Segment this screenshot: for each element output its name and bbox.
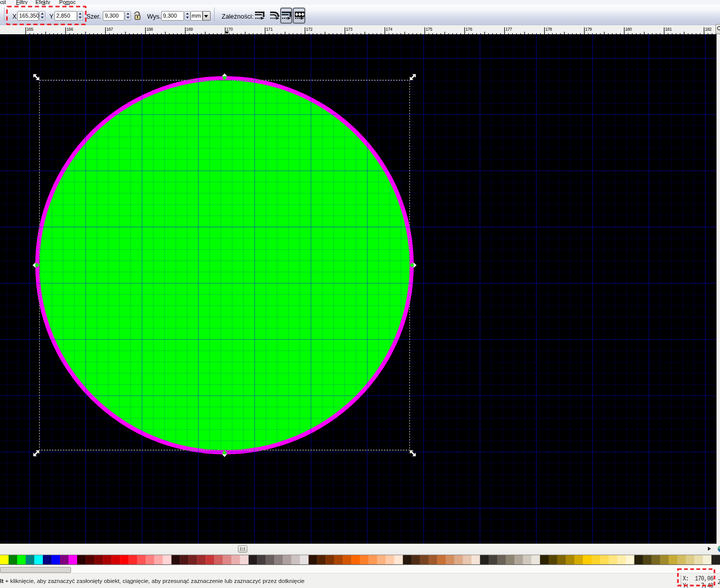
svg-text:167: 167 [106, 26, 113, 31]
svg-text:181: 181 [665, 26, 672, 31]
svg-text:179: 179 [585, 26, 593, 31]
svg-text:182: 182 [705, 26, 712, 31]
svg-text:177: 177 [505, 26, 512, 31]
svg-text:166: 166 [67, 26, 74, 31]
svg-text:176: 176 [466, 26, 473, 31]
svg-text:174: 174 [386, 26, 393, 31]
svg-text:180: 180 [625, 26, 632, 31]
svg-text:170: 170 [226, 26, 233, 31]
svg-text:175: 175 [426, 26, 433, 31]
svg-text:172: 172 [306, 26, 313, 31]
svg-text:173: 173 [346, 26, 353, 31]
svg-text:165: 165 [27, 26, 34, 31]
svg-text:168: 168 [146, 26, 153, 31]
svg-text:169: 169 [186, 26, 193, 31]
svg-text:178: 178 [545, 26, 552, 31]
svg-text:171: 171 [266, 26, 273, 31]
